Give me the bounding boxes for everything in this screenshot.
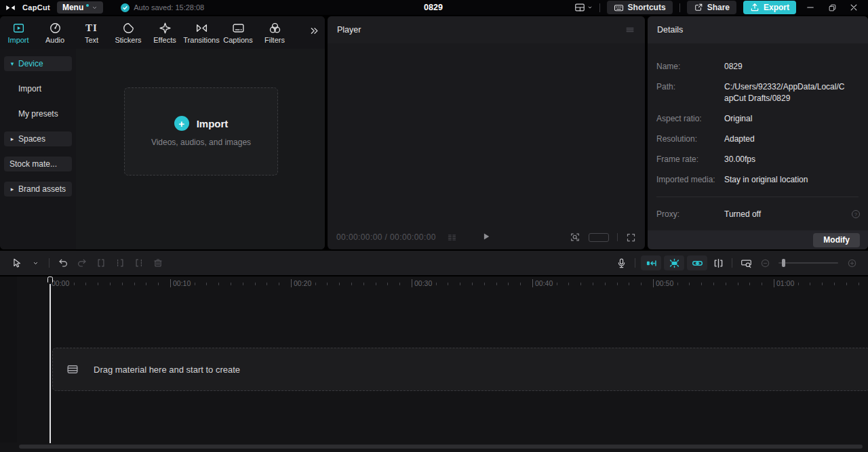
window-close-button[interactable] [846,1,861,14]
titlebar-divider [679,3,680,12]
help-icon[interactable]: ? [852,210,860,218]
cursor-button[interactable] [7,255,26,271]
export-label: Export [764,3,789,12]
plus-icon: + [174,116,189,131]
playhead[interactable] [47,276,53,443]
mic-icon [616,258,627,269]
import-dropzone[interactable]: + Import Videos, audios, and images [124,87,278,176]
mic-button[interactable] [612,255,631,271]
timeline-dropzone[interactable]: Drag material here and start to create [52,348,868,391]
fullscreen-icon[interactable] [626,232,636,243]
share-label: Share [707,3,730,12]
preview-axis-icon [713,258,724,269]
caret-right-icon: ▸ [9,136,15,142]
import-title: Import [197,118,229,129]
details-row: Resolution:Adapted [656,133,859,145]
details-row: Imported media:Stay in original location [656,174,859,186]
redo-button[interactable] [73,255,92,271]
caret-down-button[interactable] [26,255,45,271]
window-restore-button[interactable] [825,1,840,14]
sidebar-item-label: Brand assets [18,184,66,194]
play-button[interactable] [481,231,492,244]
playhead-handle[interactable] [47,276,53,285]
auto-snap-button[interactable] [664,255,684,270]
main-track-magnet-button[interactable] [641,255,661,270]
titlebar-center: 0829 [424,3,443,12]
zoom-out-button[interactable] [755,255,774,271]
player-menu-icon[interactable] [625,24,635,35]
keyboard-icon [614,3,624,13]
effects-tab-icon [159,21,172,35]
export-icon [750,3,760,12]
caret-down-icon [33,260,39,266]
frame-view-icon[interactable] [447,232,457,243]
share-button[interactable]: Share [687,1,736,14]
timeline-zoom-slider[interactable] [778,262,838,264]
filters-tab-icon [269,21,281,35]
player-controls-divider [617,233,618,241]
details-footer: Modify [648,230,868,249]
titlebar-right: Shortcuts Share Export [443,1,868,14]
window-minimize-button[interactable] [803,1,818,14]
tab-label: Import [7,36,28,44]
sidebar-item-device[interactable]: ▾Device [4,56,72,71]
export-button[interactable]: Export [743,1,796,14]
tab-import[interactable]: Import [0,20,37,44]
capcut-window: CapCut Menu Auto saved: 15:28:08 0829 [0,0,868,452]
shortcuts-label: Shortcuts [628,3,666,12]
sidebar-item-brand-assets[interactable]: ▸Brand assets [4,182,72,197]
details-row-value: Original [724,113,859,125]
track-height-button[interactable] [736,255,755,271]
sidebar-item-stock-mate[interactable]: Stock mate... [4,157,72,171]
player-controls: 00:00:00:00 / 00:00:00:00 [328,225,645,249]
delete-button[interactable] [149,255,167,271]
sidebar-item-label: Spaces [18,134,45,144]
sidebar-item-my-presets[interactable]: My presets [4,106,72,121]
more-tabs-chevrons-icon[interactable] [309,26,319,36]
shortcuts-button[interactable]: Shortcuts [607,1,673,14]
zoom-slider-handle[interactable] [782,259,785,267]
playhead-line [50,277,51,443]
import-row: + Import [174,116,229,131]
sidebar-item-spaces[interactable]: ▸Spaces [4,131,72,146]
tab-captions[interactable]: Captions [220,20,256,44]
sidebar-item-import[interactable]: Import [4,81,72,96]
preview-axis-button[interactable] [709,255,728,271]
tab-stickers[interactable]: Stickers [110,20,146,44]
tab-label: Captions [223,36,252,44]
tab-filters[interactable]: Filters [256,20,293,44]
caret-down-icon [587,5,593,10]
tab-effects[interactable]: Effects [146,20,183,44]
sidebar-item-label: Import [18,84,41,94]
zoom-in-button[interactable] [842,255,861,271]
media-panel: ImportAudioTITextStickersEffectsTransiti… [0,16,325,249]
modify-button[interactable]: Modify [813,233,860,247]
aspect-ratio-button[interactable] [589,233,609,242]
split-button[interactable] [92,255,111,271]
content-row: ImportAudioTITextStickersEffectsTransiti… [0,16,868,249]
timeline-ruler[interactable]: 00:0000:1000:2000:3000:4000:5001:00 [0,276,868,290]
horizontal-scrollbar[interactable] [19,445,863,449]
details-title: Details [657,25,683,35]
menu-button[interactable]: Menu [57,1,103,14]
undo-button[interactable] [54,255,73,271]
details-row-label: Aspect ratio: [656,113,724,125]
trim-left-button[interactable] [111,255,130,271]
player-controls-right [570,232,636,243]
ruler-label: 00:50 [653,279,675,287]
restore-icon [828,3,837,12]
media-sidebar: ▾DeviceImportMy presets▸SpacesStock mate… [0,49,76,249]
preview-quality-icon[interactable] [570,232,580,243]
tab-label: Effects [153,36,176,44]
details-row-label: Proxy: [656,209,724,220]
timeline-toolbar [0,251,868,275]
layout-switch-button[interactable] [574,2,593,13]
link-button[interactable] [687,255,707,270]
trim-right-button[interactable] [130,255,149,271]
tab-audio[interactable]: Audio [37,20,73,44]
tab-transitions[interactable]: Transitions [183,20,220,44]
track-height-icon [741,258,752,269]
details-row-label: Resolution: [656,133,724,145]
delete-icon [153,258,163,268]
tab-text[interactable]: TIText [73,20,110,44]
